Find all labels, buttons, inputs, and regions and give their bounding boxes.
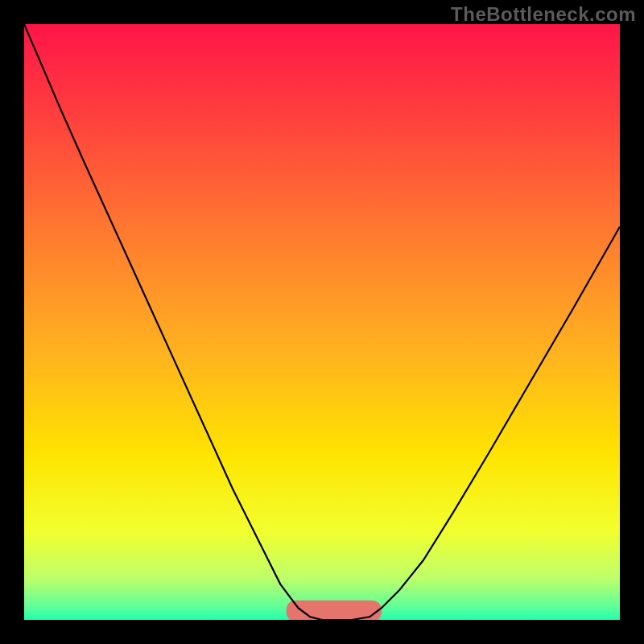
watermark-text: TheBottleneck.com [451,3,636,26]
chart-plot-area [24,24,620,620]
chart-svg [24,24,620,620]
chart-background [24,24,620,620]
